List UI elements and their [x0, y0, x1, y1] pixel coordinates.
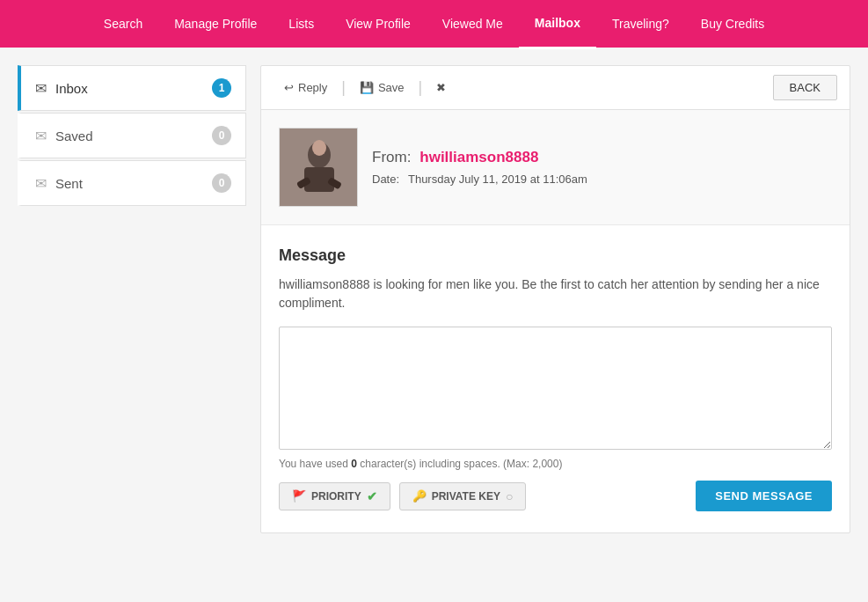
nav-mailbox[interactable]: Mailbox — [519, 0, 596, 49]
nav-search[interactable]: Search — [88, 0, 158, 48]
reply-label: Reply — [298, 81, 327, 94]
private-key-circle-icon: ○ — [506, 489, 513, 503]
char-count-value: 0 — [351, 458, 357, 470]
message-text: hwilliamson8888 is looking for men like … — [279, 275, 832, 312]
sent-badge: 0 — [212, 173, 231, 193]
sidebar: ✉ Inbox 1 ✉ Saved 0 ✉ Sent 0 — [18, 65, 246, 533]
private-key-label: PRIVATE KEY — [432, 490, 500, 503]
back-button[interactable]: BACK — [773, 75, 837, 100]
nav-buy-credits[interactable]: Buy Credits — [685, 0, 780, 48]
sender-name[interactable]: hwilliamson8888 — [419, 149, 538, 165]
priority-toggle[interactable]: 🚩 PRIORITY ✔ — [279, 482, 390, 510]
save-button[interactable]: 💾 Save — [349, 76, 415, 99]
avatar-image — [280, 128, 357, 206]
sender-date-row: Date: Thursday July 11, 2019 at 11:06am — [372, 172, 587, 186]
save-label: Save — [378, 81, 405, 94]
from-prefix: From: — [372, 149, 411, 165]
saved-label: Saved — [55, 128, 212, 143]
reply-button[interactable]: ↩ Reply — [274, 76, 338, 99]
char-count: You have used 0 character(s) including s… — [279, 458, 832, 470]
nav-viewed-me[interactable]: Viewed Me — [427, 0, 519, 48]
send-message-button[interactable]: SEND MESSAGE — [696, 481, 832, 511]
inbox-icon: ✉ — [35, 80, 47, 97]
delete-icon: ✖ — [436, 81, 446, 94]
reply-icon: ↩ — [284, 81, 294, 94]
svg-point-2 — [312, 140, 326, 156]
main-container: ✉ Inbox 1 ✉ Saved 0 ✉ Sent 0 ↩ Reply | 💾… — [0, 48, 868, 551]
priority-flag-icon: 🚩 — [292, 489, 306, 503]
toolbar-sep-2: | — [419, 78, 423, 97]
priority-check-icon: ✔ — [367, 489, 377, 503]
inbox-label: Inbox — [55, 81, 212, 96]
delete-button[interactable]: ✖ — [426, 76, 456, 99]
message-body: Message hwilliamson8888 is looking for m… — [261, 225, 850, 532]
priority-label: PRIORITY — [311, 490, 361, 503]
main-nav: Search Manage Profile Lists View Profile… — [0, 0, 868, 48]
nav-manage-profile[interactable]: Manage Profile — [158, 0, 273, 48]
sent-icon: ✉ — [35, 175, 47, 192]
toolbar: ↩ Reply | 💾 Save | ✖ BACK — [261, 66, 850, 110]
nav-traveling[interactable]: Traveling? — [596, 0, 685, 48]
sender-from: From: hwilliamson8888 — [372, 149, 587, 166]
sender-avatar[interactable] — [279, 128, 358, 207]
toolbar-sep-1: | — [341, 78, 346, 97]
message-textarea[interactable] — [279, 327, 832, 450]
saved-badge: 0 — [212, 126, 231, 145]
char-count-suffix: character(s) including spaces. (Max: 2,0… — [357, 458, 562, 470]
date-prefix: Date: — [372, 173, 399, 186]
date-value: Thursday July 11, 2019 at 11:06am — [408, 173, 587, 186]
sidebar-item-sent[interactable]: ✉ Sent 0 — [18, 160, 246, 206]
saved-icon: ✉ — [35, 128, 47, 144]
save-icon: 💾 — [360, 81, 374, 94]
private-key-toggle[interactable]: 🔑 PRIVATE KEY ○ — [399, 482, 527, 510]
message-title: Message — [279, 246, 832, 265]
nav-lists[interactable]: Lists — [273, 0, 330, 48]
inbox-badge: 1 — [212, 78, 231, 98]
char-count-prefix: You have used — [279, 458, 351, 470]
sidebar-item-saved[interactable]: ✉ Saved 0 — [18, 113, 246, 158]
sent-label: Sent — [55, 176, 212, 191]
key-icon: 🔑 — [412, 489, 427, 503]
message-header: From: hwilliamson8888 Date: Thursday Jul… — [261, 110, 850, 225]
action-row: 🚩 PRIORITY ✔ 🔑 PRIVATE KEY ○ SEND MESSAG… — [279, 481, 832, 511]
content-area: ↩ Reply | 💾 Save | ✖ BACK — [260, 65, 850, 533]
sender-info: From: hwilliamson8888 Date: Thursday Jul… — [372, 128, 587, 207]
nav-view-profile[interactable]: View Profile — [330, 0, 427, 48]
sidebar-item-inbox[interactable]: ✉ Inbox 1 — [18, 65, 246, 111]
